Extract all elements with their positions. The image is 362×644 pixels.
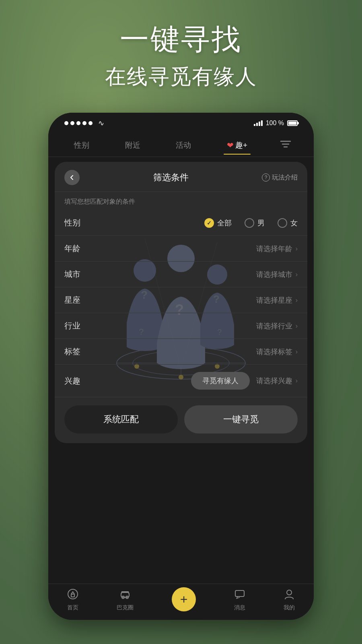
city-select[interactable]: 请选择城市 › [256,270,298,279]
headline-line1: 一键寻找 [0,20,362,59]
filter-row-interest: 兴趣 寻觅有缘人 请选择兴趣 › [55,365,307,397]
interest-btn-label: 寻觅有缘人 [202,377,239,385]
signal-bar-2 [256,123,258,126]
interest-select[interactable]: 请选择兴趣 › [256,376,298,386]
interest-label: 兴趣 [64,376,88,386]
headline-line2: 在线寻觅有缘人 [0,63,362,91]
age-chevron-icon: › [296,245,298,252]
gender-all[interactable]: ✓ 全部 [204,218,232,228]
messages-icon [234,588,245,603]
gender-male-radio[interactable] [245,218,254,228]
dot-4 [82,121,86,125]
bakecircle-icon [119,588,131,603]
signal-bars [254,120,263,126]
svg-rect-20 [71,594,74,597]
interest-placeholder: 请选择兴趣 [256,376,292,386]
gender-female-radio[interactable] [278,218,287,228]
filter-row-age[interactable]: 年龄 请选择年龄 › [55,236,307,262]
constellation-placeholder: 请选择星座 [256,295,292,305]
bakecircle-tab-label: 巴克圈 [117,604,134,611]
help-link[interactable]: ? 玩法介绍 [262,173,298,182]
profile-tab-label: 我的 [284,604,295,611]
wifi-icon: ∿ [98,119,104,128]
signal-dots [64,121,93,125]
tag-chevron-icon: › [296,348,298,355]
city-label: 城市 [64,269,88,280]
constellation-select[interactable]: 请选择星座 › [256,295,298,305]
tag-placeholder: 请选择标签 [256,347,292,357]
filter-row-tag[interactable]: 标签 请选择标签 › [55,339,307,365]
dot-1 [64,121,68,125]
svg-point-25 [287,590,292,595]
tab-qu-plus-inner: ❤ 趣+ [227,140,247,151]
nav-tabs: 性别 附近 活动 ❤ 趣+ [48,134,314,157]
one-key-search-button[interactable]: 一键寻觅 [184,405,298,433]
plus-button[interactable]: + [172,587,196,611]
age-select[interactable]: 请选择年龄 › [256,244,298,254]
filter-panel: ? ? ? ? ? 筛选条件 [55,162,307,443]
gender-all-label: 全部 [217,218,232,228]
interest-preset-button[interactable]: 寻觅有缘人 [191,372,250,390]
gender-label: 性别 [64,217,88,228]
phone-mockup: ∿ 100 % 性别 附近 活动 ❤ 趣+ [48,113,314,620]
check-mark: ✓ [207,220,212,226]
city-chevron-icon: › [296,271,298,278]
tag-label: 标签 [64,346,88,357]
gender-female-label: 女 [290,218,298,228]
filter-row-industry[interactable]: 行业 请选择行业 › [55,313,307,339]
filter-subtitle: 填写您想匹配对象的条件 [55,192,307,210]
status-bar: ∿ 100 % [48,113,314,134]
gender-male[interactable]: 男 [245,218,265,228]
tag-select[interactable]: 请选择标签 › [256,347,298,357]
signal-bar-1 [254,124,255,126]
tab-profile[interactable]: 我的 [284,588,295,611]
city-placeholder: 请选择城市 [256,270,292,279]
bottom-tabbar: 首页 巴克圈 + [48,584,314,620]
plus-icon: + [180,593,188,606]
tab-fujin[interactable]: 附近 [122,136,144,155]
messages-tab-label: 消息 [234,604,245,611]
tab-qu-plus[interactable]: ❤ 趣+ [224,136,251,155]
home-icon [67,588,78,603]
dot-2 [70,121,74,125]
tab-bakecircle[interactable]: 巴克圈 [117,588,134,611]
back-button[interactable] [64,170,80,185]
interest-chevron-icon: › [296,377,298,384]
filter-icon-button[interactable] [280,139,291,151]
heart-icon: ❤ [227,140,234,150]
tab-messages[interactable]: 消息 [234,588,245,611]
tab-dongtai[interactable]: 性别 [71,136,93,155]
status-right: 100 % [254,120,298,127]
filter-header: 筛选条件 ? 玩法介绍 [55,162,307,192]
gender-all-radio[interactable]: ✓ [204,218,214,228]
home-tab-label: 首页 [67,604,78,611]
action-buttons: 系统匹配 一键寻觅 [55,397,307,443]
signal-bar-4 [261,120,263,126]
industry-chevron-icon: › [296,322,298,330]
tab-plus[interactable]: + [172,587,196,613]
industry-label: 行业 [64,320,88,331]
tab-home[interactable]: 首页 [67,588,78,611]
dot-5 [88,121,93,125]
system-match-button[interactable]: 系统匹配 [64,405,178,433]
age-placeholder: 请选择年龄 [256,244,292,254]
gender-female[interactable]: 女 [278,218,298,228]
age-label: 年龄 [64,243,88,254]
help-circle-icon: ? [262,173,270,182]
battery-icon [287,120,298,126]
tab-huodong[interactable]: 活动 [173,136,194,155]
svg-rect-24 [235,590,244,597]
industry-select[interactable]: 请选择行业 › [256,321,298,331]
battery-fill [288,122,296,125]
constellation-label: 星座 [64,295,88,305]
filter-row-constellation[interactable]: 星座 请选择星座 › [55,287,307,313]
filter-row-city[interactable]: 城市 请选择城市 › [55,262,307,287]
filter-panel-title: 筛选条件 [153,171,189,184]
profile-icon [284,588,295,603]
signal-bar-3 [259,122,260,126]
status-left: ∿ [64,119,104,128]
constellation-chevron-icon: › [296,297,298,304]
help-label: 玩法介绍 [272,173,298,182]
gender-male-label: 男 [257,218,265,228]
dot-3 [76,121,80,125]
